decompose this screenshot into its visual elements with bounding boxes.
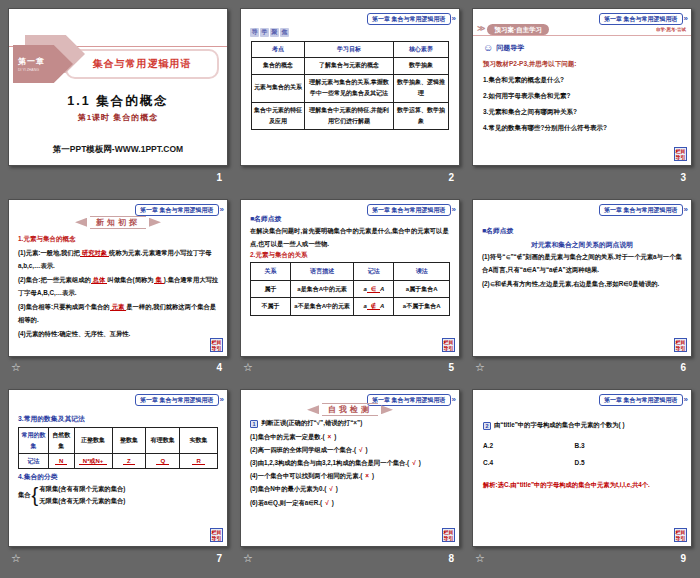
question-item: 1.集合和元素的概念是什么? [483, 76, 683, 85]
table-cell: 实数集 [180, 428, 218, 453]
judge-item: (2)高一四班的全体同学组成一个集合.(√) [250, 443, 450, 456]
judge-item: (4)一个集合中可以找到两个相同的元素.(×) [250, 469, 450, 482]
slide-cell-7: 第一章 集合与常用逻辑用语 » 3.常用的数集及其记法 常用的数集 自然数集 正… [8, 389, 228, 578]
exercise-number-icon: 1 [250, 420, 258, 428]
table-cell: a属于集合A [394, 280, 450, 298]
slide-thumbnail-8[interactable]: 第一章 集合与常用逻辑用语 » 自我检测 1判断正误(正确的打“√”,错误的打“… [240, 389, 460, 547]
topic-heading: 3.常用的数集及其记法 [18, 414, 218, 424]
topic-heading: 4.集合的分类 [18, 472, 218, 482]
answer-mark: × [362, 472, 372, 479]
table-cell: 记法 [19, 453, 49, 468]
chapter-header: 第一章 集合与常用逻辑用语 » [599, 204, 688, 216]
badge-chevron-right-icon [381, 405, 393, 414]
column-guide-badge[interactable]: 栏目导引 [674, 528, 687, 542]
option-b: B.3 [575, 438, 682, 455]
classification-item: 无限集(含有无限个元素的集合) [39, 495, 125, 507]
chapter-header-label: 第一章 集合与常用逻辑用语 [135, 394, 219, 406]
slide-content: ☺ 问题导学 预习教材P2-P3,并思考以下问题: 1.集合和元素的概念是什么?… [483, 43, 683, 133]
slide-thumbnail-1[interactable]: 集合与常用逻辑用语 第一章 DI YI ZHANG 1.1 集合的概念 第1课时… [8, 8, 228, 166]
question-item: 4.常见的数集有哪些?分别用什么符号表示? [483, 124, 683, 133]
col-header: 学习目标 [305, 42, 394, 58]
set-symbol: N [55, 458, 67, 465]
slide-thumbnail-2[interactable]: 第一章 集合与常用逻辑用语 » 导 学 聚 焦 考点 学习目标 核心素养 集合的… [240, 8, 460, 166]
column-guide-badge[interactable]: 栏目导引 [210, 338, 223, 352]
column-guide-badge[interactable]: 栏目导引 [674, 338, 687, 352]
page-number: 4 [216, 362, 225, 373]
text: ) [332, 499, 334, 506]
slide-cell-2: 第一章 集合与常用逻辑用语 » 导 学 聚 焦 考点 学习目标 核心素养 集合的… [240, 8, 460, 197]
badge-chevron-left-icon [307, 405, 319, 414]
slide-thumbnail-3[interactable]: 第一章 集合与常用逻辑用语 » ≫ 预习案·自主学习 自学·思考·尝试 ☺ 问题… [472, 8, 692, 166]
teacher-note-text: 在解决集合问题时,首先要明确集合中的元素是什么,集合中的元素可以是点,也可以是一… [250, 224, 450, 251]
text: 由“title”中的字母构成的集合中元素的个数为( ) [494, 421, 624, 428]
notation-cell: a∈A [354, 280, 394, 298]
table-cell: 数学抽象 [393, 58, 448, 74]
badge-char: 聚 [270, 28, 279, 37]
notation-cell: N [48, 453, 74, 468]
table-cell: 属于 [251, 280, 291, 298]
table-cell: 自然数集 [48, 428, 74, 453]
definition-paragraph: (3)集合相等:只要构成两个集合的元素是一样的,我们就称这两个集合是相等的. [18, 300, 219, 327]
chapter-pinyin: DI YI ZHANG [18, 68, 73, 72]
col-header: 语言描述 [290, 262, 354, 280]
text: ) [365, 446, 367, 453]
table-cell: 集合的概念 [252, 58, 305, 74]
badge-char: 焦 [280, 28, 289, 37]
slide-cell-8: 第一章 集合与常用逻辑用语 » 自我检测 1判断正误(正确的打“√”,错误的打“… [240, 389, 460, 578]
sorter-strip-2: 2 [240, 166, 460, 188]
slide-thumbnail-5[interactable]: 第一章 集合与常用逻辑用语 » ■名师点拨 在解决集合问题时,首先要明确集合中的… [240, 199, 460, 357]
animation-star-icon: ☆ [243, 553, 253, 564]
slide-thumbnail-9[interactable]: 第一章 集合与常用逻辑用语 » 2由“title”中的字母构成的集合中元素的个数… [472, 389, 692, 547]
chapter-header-label: 第一章 集合与常用逻辑用语 [367, 13, 451, 25]
column-guide-badge[interactable]: 栏目导引 [674, 147, 687, 161]
table-cell: 常用的数集 [19, 428, 49, 453]
chapter-title-banner: 集合与常用逻辑用语 [65, 49, 219, 79]
table-cell: 数学抽象、逻辑推理 [393, 74, 448, 102]
text: (2)高一四班的全体同学组成一个集合.( [250, 446, 356, 453]
section-chevron-icon: ≫ [477, 25, 485, 33]
slide-cell-4: 第一章 集合与常用逻辑用语 » 新知初探 1.元素与集合的概念 (1)元素:一般… [8, 199, 228, 388]
definition-paragraph: (2)集合:把一些元素组成的总体叫做集合(简称为集).集合通常用大写拉丁字母A,… [18, 273, 219, 300]
number-sets-table: 常用的数集 自然数集 正整数集 整数集 有理数集 实数集 记法 N N*或N+ … [18, 427, 218, 469]
column-guide-badge[interactable]: 栏目导引 [442, 338, 455, 352]
slide-thumbnail-4[interactable]: 第一章 集合与常用逻辑用语 » 新知初探 1.元素与集合的概念 (1)元素:一般… [8, 199, 228, 357]
chapter-label: 第一章 [18, 56, 73, 67]
notation-cell: R [180, 453, 218, 468]
table-cell: a是集合A中的元素 [290, 280, 354, 298]
relation-table: 关系 语言描述 记法 读法 属于 a是集合A中的元素 a∈A a属于集合A 不属… [250, 262, 450, 316]
section-banner: ≫ 预习案·自主学习 自学·思考·尝试 [473, 23, 691, 36]
classification-diagram: 集合 { 有限集(含有有限个元素的集合) 无限集(含有无限个元素的集合) [18, 483, 218, 507]
text: (4)一个集合中可以找到两个相同的元素.( [250, 472, 362, 479]
text: (2)集合:把一些元素组成的 [18, 276, 91, 283]
table-cell: 元素与集合的关系 [252, 74, 305, 102]
col-header: 读法 [394, 262, 450, 280]
slide-thumbnail-7[interactable]: 第一章 集合与常用逻辑用语 » 3.常用的数集及其记法 常用的数集 自然数集 正… [8, 389, 228, 547]
judge-item: (6)若a∈Q,则一定有a∈R.(√) [250, 496, 450, 509]
column-guide-badge[interactable]: 栏目导引 [210, 528, 223, 542]
slide-thumbnail-6[interactable]: 第一章 集合与常用逻辑用语 » ■名师点拨 对元素和集合之间关系的两点说明 (1… [472, 199, 692, 357]
column-guide-badge[interactable]: 栏目导引 [442, 528, 455, 542]
chapter-header: 第一章 集合与常用逻辑用语 » [135, 394, 224, 406]
topic-heading: 2.元素与集合的关系 [250, 251, 450, 260]
sorter-strip-9: ☆ 9 [472, 547, 692, 569]
table-cell: 正整数集 [74, 428, 112, 453]
set-symbol: N*或N+ [79, 458, 108, 465]
animation-star-icon: ☆ [475, 362, 485, 373]
set-symbol: R [192, 458, 204, 465]
text: A [380, 303, 384, 309]
text: ) [419, 459, 421, 466]
notation-cell: N*或N+ [74, 453, 112, 468]
fill-blank: 研究对象 [80, 249, 109, 257]
chevron-right-icon: » [452, 15, 456, 23]
table-cell: 理解集合中元素的特征,并能利用它们进行解题 [305, 102, 394, 130]
chevron-right-icon: » [220, 206, 224, 214]
chapter-title: 集合与常用逻辑用语 [93, 57, 192, 71]
element-of-symbol: ∈ [367, 286, 380, 293]
definition-paragraph: (4)元素的特性:确定性、无序性、互异性. [18, 327, 219, 341]
chapter-header-label: 第一章 集合与常用逻辑用语 [599, 394, 683, 406]
slide-cell-6: 第一章 集合与常用逻辑用语 » ■名师点拨 对元素和集合之间关系的两点说明 (1… [472, 199, 692, 388]
chevron-right-icon: » [220, 396, 224, 404]
note-paragraph: (1)符号“∈”“∉”刻画的是元素与集合之间的关系.对于一个元素a与一个集合A而… [482, 250, 682, 277]
animation-star-icon: ☆ [11, 362, 21, 373]
fill-blank: 元素 [110, 303, 127, 311]
